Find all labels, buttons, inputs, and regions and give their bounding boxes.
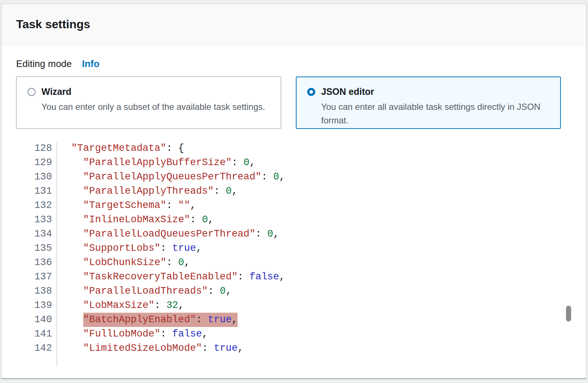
wizard-option-header: Wizard	[27, 86, 270, 97]
code-token: 0	[267, 228, 273, 239]
code-line: 134 "ParallelLoadQueuesPerThread": 0,	[16, 227, 586, 241]
code-token: true	[208, 314, 232, 325]
code-line-text[interactable]: "BatchApplyEnabled": true,	[57, 313, 238, 327]
code-line-text[interactable]: "ParallelLoadThreads": 0,	[57, 284, 232, 298]
info-link[interactable]: Info	[82, 57, 100, 70]
json-editor-option-tile[interactable]: JSON editor You can enter all available …	[296, 77, 561, 129]
code-line-text[interactable]: "InlineLobMaxSize": 0,	[57, 213, 214, 227]
code-line-text[interactable]: "ParallelApplyThreads": 0,	[57, 184, 238, 198]
line-number: 131	[16, 184, 57, 198]
code-token: :	[160, 243, 172, 254]
line-number: 133	[16, 213, 57, 227]
code-line-text[interactable]: "TargetSchema": "",	[57, 198, 196, 213]
line-number: 132	[16, 198, 57, 213]
code-line: 137 "TaskRecoveryTableEnabled": false,	[16, 270, 586, 284]
editor-scrollbar-thumb[interactable]	[566, 306, 571, 321]
code-token: ,	[190, 200, 196, 211]
code-token: :	[208, 286, 220, 297]
code-token: 0	[243, 157, 249, 168]
line-number: 129	[16, 156, 57, 170]
code-token: "SupportLobs"	[83, 243, 161, 254]
code-line: 131 "ParallelApplyThreads": 0,	[16, 184, 586, 198]
json-code-editor[interactable]: 128 "TargetMetadata": {129 "ParallelAppl…	[16, 141, 586, 367]
code-token: 0	[220, 286, 225, 297]
code-line: 133 "InlineLobMaxSize": 0,	[16, 213, 586, 227]
code-line: 136 "LobChunkSize": 0,	[16, 256, 586, 270]
code-token: "LobChunkSize"	[83, 257, 166, 268]
code-line-text[interactable]: "SupportLobs": true,	[57, 241, 202, 256]
code-token: ,	[273, 228, 279, 239]
code-token: ,	[226, 286, 232, 297]
code-token: "ParallelLoadQueuesPerThread"	[83, 228, 256, 239]
code-token: :	[166, 200, 178, 211]
code-line: 138 "ParallelLoadThreads": 0,	[16, 284, 586, 298]
line-number: 142	[16, 341, 57, 356]
code-token: "ParallelApplyBufferSize"	[83, 157, 232, 168]
code-token: 0	[273, 171, 279, 182]
code-line: 140 "BatchApplyEnabled": true,	[16, 313, 586, 327]
code-token: :	[202, 343, 214, 354]
highlighted-text: "BatchApplyEnabled": true,	[83, 313, 238, 327]
wizard-option-tile[interactable]: Wizard You can enter only a subset of th…	[16, 77, 281, 129]
code-line-text[interactable]: "LobMaxSize": 32,	[57, 298, 184, 313]
code-token: :	[214, 186, 225, 197]
code-token: ,	[202, 328, 208, 339]
code-token: :	[166, 257, 178, 268]
line-number: 137	[16, 270, 57, 284]
code-token: 0	[202, 214, 208, 225]
wizard-option-title: Wizard	[41, 86, 71, 97]
code-token: "FullLobMode"	[83, 328, 161, 339]
code-line-text[interactable]: "ParallelApplyBufferSize": 0,	[57, 156, 256, 170]
code-token: "ParallelApplyQueuesPerThread"	[83, 171, 261, 182]
code-token: : {	[166, 143, 184, 154]
line-number: 134	[16, 227, 57, 241]
code-token: "BatchApplyEnabled"	[83, 314, 196, 325]
code-token: ,	[238, 343, 243, 354]
json-editor-radio[interactable]	[307, 88, 315, 96]
code-token: :	[256, 228, 267, 239]
code-line-text[interactable]: "ParallelApplyQueuesPerThread": 0,	[57, 170, 285, 184]
wizard-option-description: You can enter only a subset of the avail…	[41, 100, 270, 114]
code-token: :	[154, 300, 166, 311]
code-token: "ParallelLoadThreads"	[83, 286, 208, 297]
line-number: 130	[16, 170, 57, 184]
code-line: 142 "LimitedSizeLobMode": true,	[16, 341, 586, 356]
code-token: 0	[178, 257, 184, 268]
code-token: 0	[226, 186, 232, 197]
line-number: 128	[16, 141, 57, 156]
json-editor-option-description: You can enter all available task setting…	[321, 100, 550, 127]
panel-body: Editing mode Info Wizard You can enter o…	[1, 45, 586, 367]
code-line: 135 "SupportLobs": true,	[16, 241, 586, 256]
task-settings-panel: Task settings Editing mode Info Wizard Y…	[1, 4, 587, 379]
code-token: :	[238, 271, 249, 282]
code-token: ,	[279, 271, 285, 282]
code-line: 139 "LobMaxSize": 32,	[16, 298, 586, 313]
code-token: true	[172, 243, 196, 254]
code-token: ,	[232, 314, 238, 325]
code-token: false	[250, 271, 279, 282]
code-line-text[interactable]: "TaskRecoveryTableEnabled": false,	[57, 270, 285, 284]
code-token: :	[261, 171, 273, 182]
code-token: :	[190, 214, 202, 225]
code-token: ,	[184, 257, 190, 268]
code-line-text[interactable]: "FullLobMode": false,	[57, 327, 208, 341]
page-title: Task settings	[16, 18, 90, 31]
wizard-radio[interactable]	[27, 88, 36, 96]
code-line-text[interactable]: "LimitedSizeLobMode": true,	[57, 341, 243, 356]
code-line-text[interactable]: "TargetMetadata": {	[57, 141, 184, 156]
code-line-text[interactable]: "ParallelLoadQueuesPerThread": 0,	[57, 227, 279, 241]
code-line: 128 "TargetMetadata": {	[16, 141, 586, 156]
code-token: "InlineLobMaxSize"	[83, 214, 190, 225]
code-line-text[interactable]: "LobChunkSize": 0,	[57, 256, 190, 270]
line-number: 135	[16, 241, 57, 256]
line-number: 139	[16, 298, 57, 313]
code-token: :	[160, 328, 172, 339]
code-token: "LobMaxSize"	[83, 300, 154, 311]
code-token: ,	[279, 171, 285, 182]
editing-mode-label: Editing mode	[16, 57, 72, 70]
code-token: "LimitedSizeLobMode"	[83, 343, 202, 354]
code-token: true	[214, 343, 238, 354]
panel-header: Task settings	[1, 4, 586, 45]
editing-mode-options: Wizard You can enter only a subset of th…	[16, 77, 586, 129]
line-number: 138	[16, 284, 57, 298]
